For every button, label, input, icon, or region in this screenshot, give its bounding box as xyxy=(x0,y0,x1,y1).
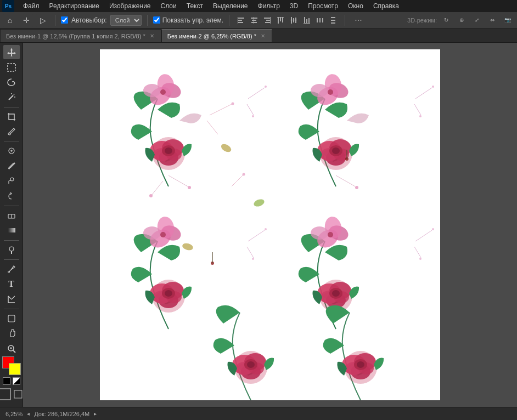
tool-crop[interactable] xyxy=(3,110,20,124)
menu-image[interactable]: Изображение xyxy=(105,1,155,11)
menu-layers[interactable]: Слои xyxy=(156,1,181,11)
svg-point-44 xyxy=(9,247,14,251)
svg-rect-26 xyxy=(322,18,323,22)
background-color[interactable] xyxy=(9,363,21,375)
tool-lasso[interactable] xyxy=(3,75,20,89)
align-right-btn[interactable] xyxy=(261,14,273,26)
align-top-btn[interactable] xyxy=(274,14,286,26)
menu-text[interactable]: Текст xyxy=(182,1,207,11)
home-button[interactable]: ⌂ xyxy=(3,14,16,27)
tool-path-select[interactable] xyxy=(3,292,20,307)
svg-rect-25 xyxy=(319,18,321,22)
menu-file[interactable]: Файл xyxy=(19,1,44,11)
toolbar-sep-3 xyxy=(4,206,19,206)
tool-gradient[interactable] xyxy=(3,223,20,237)
menu-bar: Ps Файл Редактирование Изображение Слои … xyxy=(0,0,517,12)
screen-mode-btn[interactable] xyxy=(12,388,24,400)
svg-point-137 xyxy=(432,228,434,230)
align-center-h-btn[interactable] xyxy=(248,14,260,26)
move-icon-btn[interactable]: ✛ xyxy=(20,14,33,27)
svg-rect-29 xyxy=(331,22,335,24)
color-swatches xyxy=(2,356,21,375)
distribute-v-btn[interactable] xyxy=(327,14,339,26)
left-toolbar: T xyxy=(0,43,23,407)
show-controls-checkbox[interactable] xyxy=(153,16,160,24)
tool-clone-stamp[interactable] xyxy=(3,174,20,188)
status-arrow-left[interactable]: ◂ xyxy=(27,411,30,417)
menu-3d[interactable]: 3D xyxy=(285,1,302,11)
align-center-v-btn[interactable] xyxy=(288,14,300,26)
menu-filter[interactable]: Фильтр xyxy=(254,1,284,11)
separator-4 xyxy=(345,15,345,26)
toolbar-sep-6 xyxy=(4,309,19,309)
tool-eyedropper[interactable] xyxy=(3,124,20,139)
tool-hand[interactable] xyxy=(3,326,20,340)
svg-point-68 xyxy=(188,186,191,189)
layer-select[interactable]: Слой xyxy=(110,15,142,26)
tab-1-close[interactable]: ✕ xyxy=(149,33,155,39)
svg-point-89 xyxy=(143,226,161,240)
tool-text[interactable]: T xyxy=(3,277,20,291)
svg-point-90 xyxy=(160,232,166,237)
align-bottom-btn[interactable] xyxy=(301,14,313,26)
default-colors-btn[interactable] xyxy=(3,377,10,385)
svg-rect-2 xyxy=(238,22,243,23)
rotate-3d-btn[interactable]: ↻ xyxy=(440,14,452,26)
arrow-icon-btn[interactable]: ▷ xyxy=(36,14,49,27)
tool-zoom[interactable] xyxy=(3,342,20,356)
more-options-btn[interactable]: ··· xyxy=(351,14,366,26)
auto-select-checkbox[interactable] xyxy=(61,16,68,24)
tool-dodge[interactable] xyxy=(3,242,20,257)
align-left-btn[interactable] xyxy=(235,14,247,26)
tool-brush[interactable] xyxy=(3,159,20,173)
status-arrow-right[interactable]: ▸ xyxy=(94,411,97,417)
tool-marquee[interactable] xyxy=(3,60,20,74)
tool-move[interactable] xyxy=(3,45,20,59)
svg-rect-47 xyxy=(8,315,15,322)
svg-point-36 xyxy=(8,133,10,135)
svg-rect-23 xyxy=(304,23,310,24)
svg-point-116 xyxy=(243,173,245,176)
svg-point-75 xyxy=(328,89,333,95)
auto-select-label: Автовыбор: xyxy=(71,16,107,24)
tool-history-brush[interactable] xyxy=(3,189,20,203)
tool-pen[interactable] xyxy=(3,262,20,276)
svg-rect-22 xyxy=(308,18,310,24)
zoom-3d-btn[interactable]: ⤢ xyxy=(471,14,483,26)
menu-view[interactable]: Просмотр xyxy=(304,1,342,11)
separator-2 xyxy=(147,15,148,26)
tab-2-label: Без имени-2 @ 6,25% (RGB/8) * xyxy=(167,33,256,39)
svg-rect-11 xyxy=(270,17,271,24)
tab-2-close[interactable]: ✕ xyxy=(260,33,266,39)
quick-mask-btn[interactable] xyxy=(0,388,11,400)
pan-3d-btn[interactable]: ⊕ xyxy=(456,14,468,26)
svg-point-103 xyxy=(328,232,333,237)
tab-document-1[interactable]: Без имени-1 @ 12,5% (Группа 1 копия 2, R… xyxy=(0,29,161,42)
tab-document-2[interactable]: Без имени-2 @ 6,25% (RGB/8) * ✕ xyxy=(161,29,272,42)
svg-point-85 xyxy=(355,186,358,189)
toolbar-sep-4 xyxy=(4,240,19,241)
color-extra-tools xyxy=(3,377,20,385)
svg-point-113 xyxy=(232,103,234,105)
menu-edit[interactable]: Редактирование xyxy=(45,1,104,11)
svg-rect-28 xyxy=(331,20,335,21)
menu-select[interactable]: Выделение xyxy=(209,1,252,11)
slide-3d-btn[interactable]: ⇔ xyxy=(486,14,498,26)
switch-colors-btn[interactable] xyxy=(13,377,20,385)
camera-3d-btn[interactable]: 📷 xyxy=(502,14,514,26)
svg-point-131 xyxy=(419,115,422,117)
svg-rect-7 xyxy=(254,17,254,24)
tool-shape[interactable] xyxy=(3,311,20,326)
svg-point-74 xyxy=(311,84,328,97)
svg-point-147 xyxy=(247,361,255,368)
menu-help[interactable]: Справка xyxy=(369,1,403,11)
tool-magic-wand[interactable] xyxy=(3,90,20,104)
svg-rect-1 xyxy=(238,20,242,21)
distribute-h-btn[interactable] xyxy=(314,14,326,26)
toolbar-sep-2 xyxy=(4,141,19,141)
svg-point-127 xyxy=(252,115,254,117)
tool-spot-heal[interactable] xyxy=(3,144,20,158)
tool-eraser[interactable] xyxy=(3,208,20,223)
ps-logo: Ps xyxy=(2,0,14,12)
menu-window[interactable]: Окно xyxy=(344,1,368,11)
